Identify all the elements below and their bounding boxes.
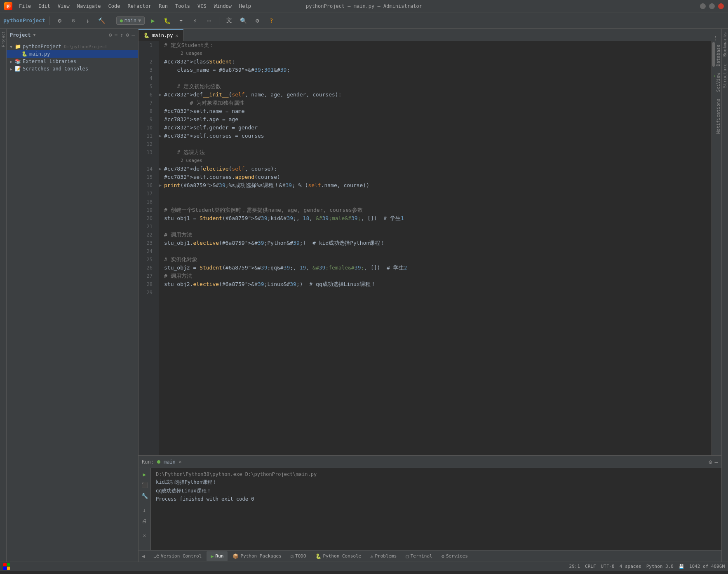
menu-refactor[interactable]: Refactor (124, 2, 155, 10)
line-num-18: 18 (139, 198, 156, 206)
bookmarks-label[interactable]: Bookmarks (721, 29, 728, 60)
fold-arrow-14[interactable]: ▶ (159, 165, 162, 173)
memory-usage[interactable]: 1042 of 4096M (689, 564, 725, 569)
code-line-26: # 实例化对象 (159, 255, 712, 264)
coverage-button[interactable]: ☂ (175, 15, 187, 26)
indent[interactable]: 4 spaces (620, 564, 641, 569)
code-line-19 (159, 198, 712, 206)
update-icon[interactable]: ↓ (82, 15, 94, 26)
tab-terminal[interactable]: ▢ Terminal (402, 551, 436, 561)
help-icon[interactable]: ? (265, 15, 277, 26)
settings-icon[interactable]: ⚙ (54, 15, 66, 26)
cursor-position[interactable]: 29:1 (569, 564, 580, 569)
code-line-25 (159, 247, 712, 255)
line-num-2: 2 (139, 58, 156, 66)
tab-python-packages[interactable]: 📦 Python Packages (228, 551, 285, 561)
project-layout-icon[interactable]: ≡ (115, 32, 118, 38)
search-everywhere-icon[interactable]: 🔍 (237, 15, 249, 26)
fold-arrow-16[interactable]: ▶ (159, 181, 162, 190)
translate-icon[interactable]: 文 (223, 15, 235, 26)
project-gear-icon[interactable]: ⚙ (109, 32, 112, 38)
code-line-27: stu_obj2 = Student(#6a8759">&#39;qq&#39;… (159, 264, 712, 272)
menu-run[interactable]: Run (155, 2, 171, 10)
maximize-button[interactable]: ❐ (709, 3, 715, 9)
tab-todo-label: TODO (295, 553, 306, 559)
line-num-15: 15 (139, 173, 156, 181)
project-sync-icon[interactable]: ↕ (120, 32, 124, 38)
tab-problems[interactable]: ⚠ Problems (366, 551, 401, 561)
tab-services[interactable]: ⚙ Services (437, 551, 472, 561)
line-ending[interactable]: CRLF (585, 564, 596, 569)
rerun-button[interactable]: ▶ (140, 470, 149, 479)
left-panel-toggle[interactable]: ◀ (140, 553, 147, 560)
menu-navigate[interactable]: Navigate (74, 2, 104, 10)
project-side-icon[interactable]: Project (0, 29, 6, 49)
menu-help[interactable]: Help (236, 2, 254, 10)
print-button[interactable]: 🖨 (140, 516, 149, 525)
line-num-14: 14 (139, 165, 156, 173)
run-button[interactable]: ▶ (147, 15, 159, 26)
close-button[interactable]: ✕ (718, 3, 724, 9)
code-line-14: 2 usages (159, 157, 712, 165)
scroll-end-button[interactable]: ↓ (140, 506, 149, 515)
code-content[interactable]: # 定义Student类：2 usages#cc7832">class Stud… (159, 41, 712, 455)
code-line-22 (159, 223, 712, 231)
bottom-tabs: ◀ ⎇ Version Control ▶ Run 📦 Python Packa… (139, 550, 721, 562)
tab-python-console[interactable]: 🐍 Python Console (311, 551, 366, 561)
tree-item-scratches[interactable]: ▶ 📝 Scratches and Consoles (7, 65, 138, 73)
code-line-13: # 选课方法 (159, 148, 712, 157)
build-icon[interactable]: 🔨 (96, 15, 108, 26)
language[interactable]: Python 3.8 (646, 564, 674, 569)
run-panel-minimize-icon[interactable]: — (715, 459, 718, 465)
tab-mainpy[interactable]: 🐍 main.py ✕ (139, 29, 183, 41)
database-label[interactable]: Database (715, 41, 721, 70)
line-num-8: 8 (139, 107, 156, 115)
run-options-button[interactable]: 🔧 (140, 491, 149, 500)
commit-icon[interactable]: ⎋ (68, 15, 80, 26)
win-sq-2 (7, 563, 10, 567)
tree-item-external-libs[interactable]: ▶ 📚 External Libraries (7, 58, 138, 65)
code-line-21: stu_obj1 = Student(#6a8759">&#39;kid&#39… (159, 214, 712, 223)
project-collapse-icon[interactable]: — (132, 32, 135, 38)
run-tab-close-icon[interactable]: ✕ (179, 459, 182, 464)
code-line-20: # 创建一个Student类的实例时，需要提供name, age, gender… (159, 206, 712, 214)
minimize-button[interactable]: — (700, 3, 706, 9)
tab-version-control[interactable]: ⎇ Version Control (149, 551, 206, 561)
menu-tools[interactable]: Tools (172, 2, 193, 10)
run-configuration[interactable]: ● main ▼ (116, 16, 145, 25)
vcs-icon[interactable] (3, 563, 10, 570)
code-line-16: #cc7832">self.courses.append(course) (159, 173, 712, 181)
menu-view[interactable]: View (54, 2, 73, 10)
fold-arrow-6[interactable]: ▶ (159, 91, 162, 99)
tree-item-root[interactable]: ▼ 📁 pythonProject D:\pythonProject (7, 43, 138, 50)
profile-button[interactable]: ⚡ (189, 15, 201, 26)
run-close-button[interactable]: ✕ (140, 531, 149, 540)
menu-code[interactable]: Code (105, 2, 124, 10)
menu-window[interactable]: Window (211, 2, 235, 10)
more-run-options[interactable]: ⋯ (203, 15, 215, 26)
settings-gear-icon[interactable]: ⚙ (251, 15, 263, 26)
tree-root-path: D:\pythonProject (64, 44, 108, 49)
run-panel-settings-icon[interactable]: ⚙ (709, 459, 712, 465)
tree-item-mainpy[interactable]: ▶ 🐍 main.py (7, 50, 138, 58)
debug-button[interactable]: 🐛 (161, 15, 173, 26)
fold-arrow-11[interactable]: ▶ (159, 132, 162, 140)
structure-label[interactable]: Structure (721, 60, 728, 91)
code-line-6: ▶ #cc7832">def __init__(self, name, age,… (159, 91, 712, 99)
line-num-24: 24 (139, 247, 156, 255)
tab-todo[interactable]: ☑ TODO (287, 551, 310, 561)
tab-close-button[interactable]: ✕ (176, 33, 178, 38)
menu-vcs[interactable]: VCS (194, 2, 210, 10)
menu-file[interactable]: File (16, 2, 34, 10)
stop-button[interactable]: ⬛ (140, 480, 149, 490)
usage-spacer (139, 157, 156, 165)
sciview-label[interactable]: SciView (715, 70, 721, 95)
tab-run[interactable]: ▶ Run (207, 551, 228, 561)
notifications-label[interactable]: Notifications (715, 95, 721, 137)
code-line-29: stu_obj2.elective(#6a8759">&#39;Linux&#3… (159, 280, 712, 288)
project-settings-icon[interactable]: ⚙ (126, 32, 129, 38)
vertical-scrollbar[interactable]: ✓ (712, 41, 715, 455)
tab-menu-icon[interactable]: ⋮ (713, 35, 718, 41)
encoding[interactable]: UTF-8 (601, 564, 615, 569)
menu-edit[interactable]: Edit (35, 2, 54, 10)
